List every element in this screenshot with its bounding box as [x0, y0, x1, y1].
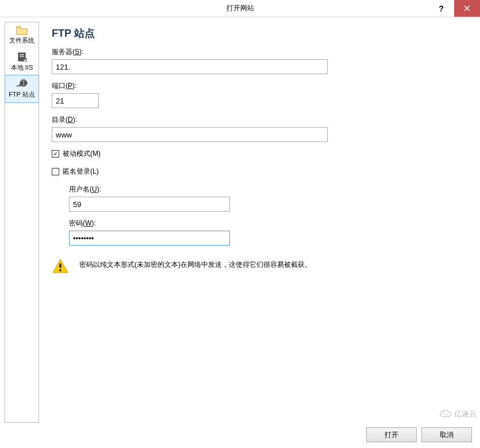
username-input[interactable]: [69, 197, 230, 212]
window-body: 文件系统 本地 IIS FTP 站点 FTP 站点 服务器(S): 端口(P):…: [0, 17, 480, 423]
main-panel: FTP 站点 服务器(S): 端口(P): 目录(D): ✓ 被动模式(M) 匿…: [39, 22, 475, 423]
svg-rect-1: [20, 54, 24, 55]
close-icon: [464, 5, 470, 12]
server-label: 服务器(S):: [52, 47, 465, 57]
watermark-text: 亿速云: [454, 409, 477, 419]
folder-icon: [6, 26, 37, 35]
passive-mode-label: 被动模式(M): [63, 149, 101, 159]
svg-point-8: [444, 413, 445, 415]
sidebar-item-label: 本地 IIS: [11, 64, 33, 71]
svg-point-7: [59, 269, 62, 271]
svg-point-9: [447, 413, 448, 415]
window-title: 打开网站: [226, 3, 254, 13]
titlebar-buttons: ?: [428, 0, 480, 17]
directory-label: 目录(D):: [52, 115, 465, 125]
password-group: 密码(W):: [69, 219, 465, 246]
directory-group: 目录(D):: [52, 115, 465, 142]
warning-row: 密码以纯文本形式(未加密的文本)在网络中发送，这使得它们很容易被截获。: [52, 257, 465, 276]
server-icon: [6, 52, 37, 62]
port-input[interactable]: [52, 93, 99, 108]
credentials-section: 用户名(U): 密码(W):: [69, 185, 465, 246]
sidebar-item-filesystem[interactable]: 文件系统: [5, 22, 39, 48]
anonymous-login-label: 匿名登录(L): [63, 167, 99, 177]
warning-text: 密码以纯文本形式(未加密的文本)在网络中发送，这使得它们很容易被截获。: [79, 257, 312, 270]
svg-point-5: [17, 86, 18, 87]
svg-rect-2: [20, 56, 24, 57]
open-button[interactable]: 打开: [366, 427, 417, 442]
server-input[interactable]: [52, 59, 328, 74]
globe-icon: [6, 79, 37, 89]
cancel-button[interactable]: 取消: [421, 427, 472, 442]
sidebar: 文件系统 本地 IIS FTP 站点: [5, 22, 39, 423]
cloud-icon: [439, 408, 452, 420]
checkbox-box-unchecked: [52, 168, 59, 175]
watermark: 亿速云: [439, 408, 477, 420]
server-group: 服务器(S):: [52, 47, 465, 74]
username-group: 用户名(U):: [69, 185, 465, 212]
checkbox-box-checked: ✓: [52, 150, 59, 158]
check-icon: ✓: [53, 151, 58, 157]
dialog-buttons: 打开 取消: [366, 427, 472, 442]
directory-input[interactable]: [52, 127, 328, 142]
anonymous-login-checkbox[interactable]: 匿名登录(L): [52, 167, 465, 177]
port-label: 端口(P):: [52, 81, 465, 91]
sidebar-item-localiis[interactable]: 本地 IIS: [5, 48, 39, 75]
password-label: 密码(W):: [69, 219, 465, 228]
sidebar-item-label: 文件系统: [9, 37, 34, 44]
port-group: 端口(P):: [52, 81, 465, 108]
svg-rect-6: [59, 263, 62, 268]
passive-mode-checkbox[interactable]: ✓ 被动模式(M): [52, 149, 465, 159]
password-input[interactable]: [69, 231, 230, 246]
sidebar-item-label: FTP 站点: [9, 91, 35, 98]
help-button[interactable]: ?: [428, 0, 454, 17]
titlebar: 打开网站 ?: [0, 0, 480, 17]
username-label: 用户名(U):: [69, 185, 465, 194]
page-title: FTP 站点: [52, 26, 465, 40]
close-button[interactable]: [454, 0, 480, 17]
sidebar-item-ftp[interactable]: FTP 站点: [5, 75, 39, 103]
warning-icon: [52, 258, 69, 276]
